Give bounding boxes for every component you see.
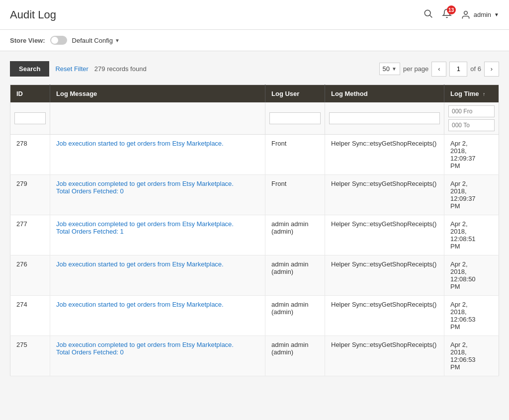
table-row: 278Job execution started to get orders f…: [10, 135, 499, 175]
cell-message: Job execution completed to get orders fr…: [50, 336, 265, 376]
message-link[interactable]: Job execution completed to get orders fr…: [56, 341, 234, 348]
prev-page-button[interactable]: ‹: [431, 62, 446, 77]
filter-cell-method: [325, 102, 444, 135]
cell-id: 276: [10, 255, 50, 296]
cell-time: Apr 2, 2018, 12:09:37 PM: [444, 175, 499, 215]
records-found: 279 records found: [94, 65, 373, 73]
col-header-method: Log Method: [325, 85, 444, 103]
filter-time-container: [448, 105, 495, 131]
store-view-toggle[interactable]: [50, 36, 67, 45]
cell-user: Front: [265, 135, 325, 175]
table-header-row: ID Log Message Log User Log Method Log T…: [10, 85, 499, 103]
message-link[interactable]: Job execution started to get orders from…: [56, 260, 224, 268]
cell-time: Apr 2, 2018, 12:08:51 PM: [444, 215, 499, 255]
cell-id: 275: [10, 336, 50, 376]
search-icon[interactable]: [423, 8, 433, 21]
per-page-value: 50: [383, 65, 390, 73]
sort-icon: ↑: [483, 91, 485, 97]
table-row: 279Job execution completed to get orders…: [10, 175, 499, 215]
cell-time: Apr 2, 2018, 12:09:37 PM: [444, 135, 499, 175]
cell-user: admin admin (admin): [265, 336, 325, 376]
cell-time: Apr 2, 2018, 12:06:53 PM: [444, 296, 499, 336]
cell-user: Front: [265, 175, 325, 215]
cell-id: 274: [10, 296, 50, 336]
cell-message: Job execution started to get orders from…: [50, 135, 265, 175]
cell-method: Helper Sync::etsyGetShopReceipts(): [325, 215, 444, 255]
admin-dropdown-arrow: ▼: [494, 12, 499, 17]
cell-method: Helper Sync::etsyGetShopReceipts(): [325, 255, 444, 296]
store-view-bar: Store View: Default Config ▼: [0, 30, 509, 51]
filter-cell-message: [50, 102, 265, 135]
table-row: 274Job execution started to get orders f…: [10, 296, 499, 336]
data-table: ID Log Message Log User Log Method Log T…: [10, 84, 499, 376]
filter-cell-time: [444, 102, 499, 135]
cell-id: 278: [10, 135, 50, 175]
store-view-selected: Default Config: [72, 37, 113, 44]
cell-user: admin admin (admin): [265, 215, 325, 255]
filter-input-time-from[interactable]: [448, 105, 495, 117]
col-header-user: Log User: [265, 85, 325, 103]
message-extra: Total Orders Fetched: 1: [56, 228, 124, 235]
admin-user-menu[interactable]: admin ▼: [461, 10, 499, 20]
filter-input-user[interactable]: [269, 112, 321, 124]
cell-method: Helper Sync::etsyGetShopReceipts(): [325, 336, 444, 376]
cell-time: Apr 2, 2018, 12:06:53 PM: [444, 336, 499, 376]
header-actions: 13 admin ▼: [423, 8, 499, 21]
cell-message: Job execution completed to get orders fr…: [50, 175, 265, 215]
table-body: 278Job execution started to get orders f…: [10, 135, 499, 376]
store-view-label: Store View:: [10, 37, 45, 44]
store-view-chevron-icon: ▼: [115, 38, 120, 43]
message-link[interactable]: Job execution completed to get orders fr…: [56, 220, 234, 228]
cell-id: 277: [10, 215, 50, 255]
col-header-id: ID: [10, 85, 50, 103]
filter-input-method[interactable]: [329, 112, 440, 124]
toolbar: Search Reset Filter 279 records found 50…: [10, 61, 499, 77]
message-extra: Total Orders Fetched: 0: [56, 348, 124, 356]
filter-cell-user: [265, 102, 325, 135]
search-button[interactable]: Search: [10, 61, 49, 77]
next-page-button[interactable]: ›: [484, 62, 499, 77]
cell-time: Apr 2, 2018, 12:08:50 PM: [444, 255, 499, 296]
per-page-label: per page: [403, 65, 428, 73]
cell-method: Helper Sync::etsyGetShopReceipts(): [325, 175, 444, 215]
reset-filter-button[interactable]: Reset Filter: [55, 65, 88, 73]
svg-line-1: [429, 15, 432, 18]
table-row: 277Job execution completed to get orders…: [10, 215, 499, 255]
page-input[interactable]: [449, 62, 467, 77]
user-icon: [461, 10, 471, 20]
filter-input-time-to[interactable]: [448, 119, 495, 131]
cell-message: Job execution completed to get orders fr…: [50, 215, 265, 255]
cell-method: Helper Sync::etsyGetShopReceipts(): [325, 135, 444, 175]
filter-cell-id: [10, 102, 50, 135]
table-row: 276Job execution started to get orders f…: [10, 255, 499, 296]
cell-id: 279: [10, 175, 50, 215]
message-extra: Total Orders Fetched: 0: [56, 187, 124, 195]
of-pages: of 6: [470, 65, 481, 73]
cell-message: Job execution started to get orders from…: [50, 255, 265, 296]
svg-point-2: [464, 11, 467, 14]
svg-point-0: [424, 10, 430, 16]
cell-user: admin admin (admin): [265, 296, 325, 336]
cell-user: admin admin (admin): [265, 255, 325, 296]
per-page-select[interactable]: 50 ▼: [379, 63, 400, 75]
pagination: 50 ▼ per page ‹ of 6 ›: [379, 62, 499, 77]
col-header-time[interactable]: Log Time ↑: [444, 85, 499, 103]
filter-input-id[interactable]: [14, 112, 46, 124]
message-link[interactable]: Job execution started to get orders from…: [56, 301, 224, 308]
content-area: Search Reset Filter 279 records found 50…: [0, 51, 509, 386]
page-title: Audit Log: [10, 8, 56, 21]
table-filter-row: [10, 102, 499, 135]
top-header: Audit Log 13 admin ▼: [0, 0, 509, 30]
notification-bell-icon[interactable]: 13: [442, 8, 452, 21]
cell-method: Helper Sync::etsyGetShopReceipts(): [325, 296, 444, 336]
table-row: 275Job execution completed to get orders…: [10, 336, 499, 376]
message-link[interactable]: Job execution started to get orders from…: [56, 140, 224, 147]
col-header-message: Log Message: [50, 85, 265, 103]
notification-count: 13: [447, 5, 456, 14]
store-view-dropdown[interactable]: Default Config ▼: [72, 37, 120, 44]
admin-label: admin: [474, 11, 491, 18]
message-link[interactable]: Job execution completed to get orders fr…: [56, 180, 234, 187]
cell-message: Job execution started to get orders from…: [50, 296, 265, 336]
per-page-arrow-icon[interactable]: ▼: [392, 66, 397, 72]
